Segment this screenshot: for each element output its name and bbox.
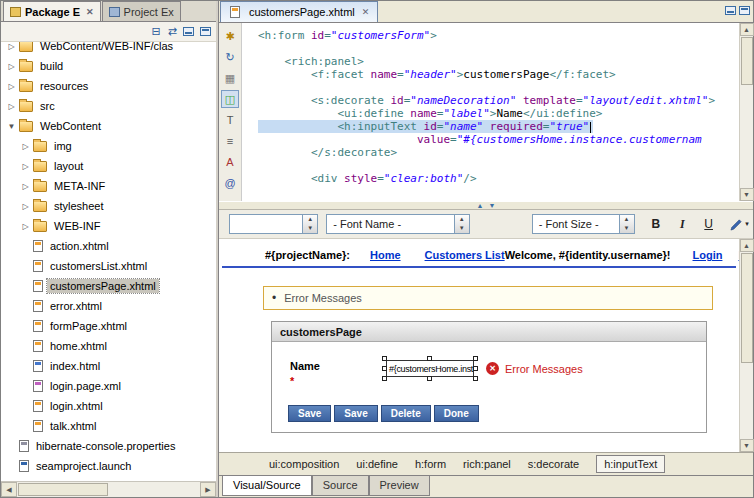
breadcrumb-item-s-decorate[interactable]: s:decorate bbox=[528, 458, 579, 470]
nav-link-home[interactable]: Home bbox=[370, 249, 401, 261]
nav-link-customers-list[interactable]: Customers List bbox=[425, 249, 505, 261]
scrollbar-thumb[interactable] bbox=[741, 37, 753, 85]
close-icon[interactable]: ✕ bbox=[362, 7, 370, 17]
combo-spinner-icon[interactable]: ▲ ▼ bbox=[454, 215, 469, 233]
scrollbar-thumb[interactable] bbox=[18, 483, 108, 496]
preferences-icon[interactable]: ✱ bbox=[221, 27, 239, 45]
expand-arrow-icon[interactable]: ▷ bbox=[19, 182, 32, 191]
breadcrumb-item-h-inputtext[interactable]: h:inputText bbox=[596, 455, 665, 473]
font-name-combo[interactable]: - Font Name - ▲ ▼ bbox=[326, 214, 470, 234]
style-combo[interactable]: ▲ ▼ bbox=[229, 214, 318, 234]
combo-spinner-icon[interactable]: ▲ ▼ bbox=[619, 215, 634, 233]
tree-item-login-xhtml[interactable]: login.xhtml bbox=[1, 396, 216, 416]
scroll-down-icon[interactable]: ▼ bbox=[740, 188, 754, 201]
expand-arrow-icon[interactable]: ▷ bbox=[5, 102, 18, 111]
pane-splitter[interactable]: ▲ ▼ bbox=[219, 201, 753, 210]
code-line[interactable]: <s:decorate id="nameDecoration" template… bbox=[258, 94, 739, 107]
highlight-color-button[interactable]: ▾ bbox=[726, 215, 753, 234]
code-area[interactable]: <h:form id="customersForm"> <rich:panel>… bbox=[242, 23, 739, 201]
selection-handle[interactable] bbox=[473, 356, 478, 361]
maximize-icon[interactable] bbox=[200, 27, 211, 36]
collapse-all-icon[interactable]: ⊟ bbox=[152, 26, 161, 37]
splitter-down-icon[interactable]: ▼ bbox=[489, 202, 496, 209]
tree-item-resources[interactable]: ▷resources bbox=[1, 76, 216, 96]
code-line[interactable]: <rich:panel> bbox=[258, 55, 739, 68]
splitter-up-icon[interactable]: ▲ bbox=[477, 202, 484, 209]
selection-handle[interactable] bbox=[473, 376, 478, 381]
code-line[interactable]: <h:form id="customersForm"> bbox=[258, 29, 739, 42]
selection-handle[interactable] bbox=[473, 366, 478, 371]
tree-item-home-xhtml[interactable]: home.xhtml bbox=[1, 336, 216, 356]
bold-button[interactable]: B bbox=[647, 215, 665, 234]
page-design-options-icon[interactable]: ▦ bbox=[221, 69, 239, 87]
horizontal-scrollbar[interactable]: ◀ ▶ bbox=[1, 481, 216, 497]
minimize-icon[interactable] bbox=[725, 6, 736, 15]
show-border-for-unknown-tags-icon[interactable]: ◫ bbox=[221, 90, 239, 108]
nav-link-login[interactable]: Login bbox=[693, 249, 723, 261]
show-bundle-messages-icon[interactable]: @ bbox=[221, 174, 239, 192]
code-line[interactable]: </s:decorate> bbox=[258, 146, 739, 159]
show-text-formatting-icon[interactable]: A bbox=[221, 153, 239, 171]
selection-handle[interactable] bbox=[382, 376, 387, 381]
breadcrumb-item-ui-composition[interactable]: ui:composition bbox=[269, 458, 339, 470]
show-selection-bar-icon[interactable]: ≡ bbox=[221, 132, 239, 150]
expand-arrow-icon[interactable]: ▷ bbox=[19, 142, 32, 151]
expand-arrow-icon[interactable]: ▷ bbox=[19, 162, 32, 171]
minimize-icon[interactable] bbox=[183, 27, 194, 36]
tree-item-webcontent-web-inf-clas[interactable]: ▷WebContent/WEB-INF/clas bbox=[1, 42, 216, 56]
name-input[interactable]: #{customersHome.instanc bbox=[386, 360, 474, 377]
tab-visual-source[interactable]: Visual/Source bbox=[222, 476, 312, 496]
link-with-editor-icon[interactable]: ⇄ bbox=[168, 26, 177, 37]
tab-project-explorer[interactable]: Project Ex bbox=[102, 1, 181, 21]
scroll-down-icon[interactable]: ▼ bbox=[740, 439, 754, 452]
expand-arrow-icon[interactable]: ▷ bbox=[5, 82, 18, 91]
tree-item-web-inf[interactable]: ▷WEB-INF bbox=[1, 216, 216, 236]
visual-scrollbar[interactable]: ▲ ▼ bbox=[739, 239, 753, 452]
selection-handle[interactable] bbox=[427, 356, 432, 361]
italic-button[interactable]: I bbox=[673, 215, 691, 234]
code-line[interactable] bbox=[258, 42, 739, 55]
tree-item-img[interactable]: ▷img bbox=[1, 136, 216, 156]
tree-item-talk-xhtml[interactable]: talk.xhtml bbox=[1, 416, 216, 436]
scroll-up-icon[interactable]: ▲ bbox=[740, 239, 754, 252]
code-line[interactable]: <ui:define name="label">Name</ui:define> bbox=[258, 107, 739, 120]
code-line[interactable]: <h:inputText id="name" required="true" bbox=[258, 120, 593, 133]
refresh-icon[interactable]: ↻ bbox=[221, 48, 239, 66]
breadcrumb-item-ui-define[interactable]: ui:define bbox=[356, 458, 398, 470]
tab-source[interactable]: Source bbox=[312, 476, 369, 496]
tree-item-stylesheet[interactable]: ▷stylesheet bbox=[1, 196, 216, 216]
close-icon[interactable]: ✕ bbox=[86, 7, 94, 17]
save-button-2[interactable]: Save bbox=[334, 405, 377, 422]
spinner-up-icon[interactable]: ▲ bbox=[303, 215, 317, 224]
tree-item-webcontent[interactable]: ▼WebContent bbox=[1, 116, 216, 136]
delete-button[interactable]: Delete bbox=[381, 405, 431, 422]
editor-tab-customerspage-xhtml[interactable]: customersPage.xhtml ✕ bbox=[220, 1, 378, 22]
scroll-left-icon[interactable]: ◀ bbox=[1, 482, 17, 497]
code-line[interactable]: <div style="clear:both"/> bbox=[258, 172, 739, 185]
scroll-up-icon[interactable]: ▲ bbox=[740, 23, 754, 36]
code-line[interactable] bbox=[258, 81, 739, 94]
tab-preview[interactable]: Preview bbox=[369, 476, 430, 496]
expand-arrow-icon[interactable]: ▷ bbox=[5, 62, 18, 71]
selection-handle[interactable] bbox=[427, 376, 432, 381]
spinner-down-icon[interactable]: ▼ bbox=[303, 224, 317, 233]
collapse-arrow-icon[interactable]: ▼ bbox=[5, 122, 18, 131]
tree-item-login-page-xml[interactable]: login.page.xml bbox=[1, 376, 216, 396]
tree-item-layout[interactable]: ▷layout bbox=[1, 156, 216, 176]
dropdown-arrow-icon[interactable]: ▾ bbox=[745, 220, 749, 228]
tree-item-index-html[interactable]: index.html bbox=[1, 356, 216, 376]
combo-spinner-icon[interactable]: ▲ ▼ bbox=[302, 215, 317, 233]
breadcrumb-item-rich-panel[interactable]: rich:panel bbox=[463, 458, 511, 470]
expand-arrow-icon[interactable]: ▷ bbox=[5, 42, 18, 51]
tree-item-seamproject-launch[interactable]: seamproject.launch bbox=[1, 456, 216, 476]
done-button[interactable]: Done bbox=[434, 405, 479, 422]
tree-item-meta-inf[interactable]: ▷META-INF bbox=[1, 176, 216, 196]
breadcrumb-item-h-form[interactable]: h:form bbox=[415, 458, 446, 470]
tree-item-customerslist-xhtml[interactable]: customersList.xhtml bbox=[1, 256, 216, 276]
font-size-combo[interactable]: - Font Size - ▲ ▼ bbox=[532, 214, 635, 234]
tree-item-hibernate-console-properties[interactable]: hibernate-console.properties bbox=[1, 436, 216, 456]
code-line[interactable]: <f:facet name="header">customersPage</f:… bbox=[258, 68, 739, 81]
spinner-up-icon[interactable]: ▲ bbox=[620, 215, 634, 224]
tree-item-formpage-xhtml[interactable]: formPage.xhtml bbox=[1, 316, 216, 336]
save-button[interactable]: Save bbox=[288, 405, 331, 422]
